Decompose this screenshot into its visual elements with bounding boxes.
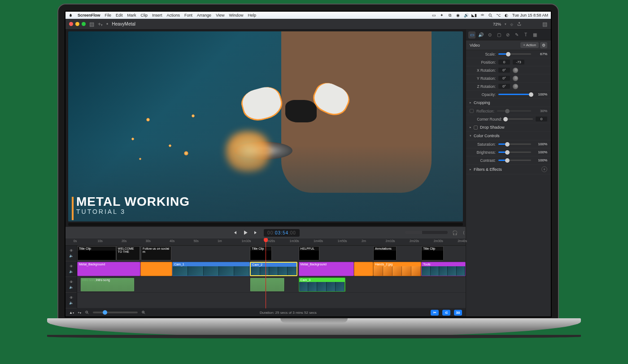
tab-callout[interactable]: ▢ — [495, 31, 502, 39]
reflection-slider[interactable] — [497, 110, 531, 112]
camera-icon[interactable]: ▭ — [432, 13, 436, 18]
close-button[interactable] — [69, 22, 73, 26]
colorcontrols-disclosure[interactable]: ▾Color Controls — [466, 132, 551, 140]
rotation-dial-icon[interactable] — [513, 84, 518, 89]
eye-icon[interactable]: 👁 — [70, 264, 73, 269]
tab-screenrec[interactable]: ⊙ — [486, 31, 493, 39]
speaker-icon[interactable]: 🔈 — [69, 285, 74, 289]
xrot-value[interactable]: 0° — [498, 68, 510, 73]
battery-icon[interactable]: ◣▮ — [472, 13, 477, 18]
tab-media[interactable]: ▦ — [531, 31, 538, 39]
timeline-clip[interactable]: WELCOME TO THE — [116, 246, 140, 260]
track-header[interactable]: 👁🔈 — [65, 246, 77, 261]
timeline-clip[interactable] — [140, 262, 172, 276]
add-action-button[interactable]: + Action — [520, 42, 539, 48]
scale-slider[interactable] — [498, 53, 531, 55]
speaker-icon[interactable]: 🔈 — [69, 301, 74, 305]
menu-edit[interactable]: Edit — [116, 13, 123, 17]
timecode-display[interactable]: 00:03:54;00 — [264, 229, 300, 237]
menu-mark[interactable]: Mark — [127, 13, 136, 17]
crop-icon[interactable]: ⟐ — [510, 21, 513, 27]
timeline-clip[interactable]: Annotations — [373, 246, 397, 260]
rocket-icon[interactable]: ✦ — [440, 13, 445, 18]
track-header[interactable]: 👁🔈 — [65, 261, 77, 277]
menu-view[interactable]: View — [216, 13, 224, 17]
tab-touch[interactable]: ⊘ — [504, 31, 511, 39]
contrast-slider[interactable] — [498, 160, 531, 161]
add-filter-icon[interactable]: + — [541, 166, 547, 172]
shadow-disclosure[interactable]: ▸Drop Shadow — [466, 123, 551, 132]
menu-file[interactable]: File — [105, 13, 112, 17]
canvas-preview[interactable]: METAL WORKING TUTORIAL 3 — [68, 31, 463, 221]
track-row[interactable] — [77, 293, 466, 308]
collapse-icon[interactable]: ⟨ — [463, 230, 465, 235]
brightness-slider[interactable] — [498, 152, 531, 153]
cc-icon[interactable]: ◉ — [456, 13, 461, 18]
apple-icon[interactable] — [68, 13, 73, 18]
menu-font[interactable]: Font — [184, 13, 192, 17]
clip-edit-icon[interactable]: ✂ — [431, 310, 439, 316]
position-y[interactable]: -73 — [513, 60, 524, 65]
headphones-icon[interactable]: 🎧 — [452, 230, 458, 235]
volume-icon[interactable]: 🔊 — [464, 13, 469, 18]
track-row[interactable]: Intro songIntro songCam_3 — [77, 277, 466, 293]
shadow-checkbox[interactable] — [474, 126, 478, 130]
menu-insert[interactable]: Insert — [152, 13, 162, 17]
timeline-clip[interactable]: Cam_2 — [250, 262, 297, 276]
menu-window[interactable]: Window — [229, 13, 244, 17]
tab-text[interactable]: T — [522, 31, 529, 39]
eye-icon[interactable]: 👁 — [70, 280, 73, 284]
timeline-clip[interactable]: Metal_Background — [299, 262, 354, 276]
menu-actions[interactable]: Actions — [167, 13, 180, 17]
timeline-clip[interactable]: Metal_Background — [77, 262, 140, 276]
playhead[interactable] — [266, 238, 266, 308]
timeline-clip[interactable]: HELPFUL HOW-TO — [299, 246, 320, 260]
menu-app-name[interactable]: ScreenFlow — [78, 13, 100, 17]
track-header[interactable]: 👁🔈 — [65, 277, 77, 293]
speaker-icon[interactable]: 🔈 — [69, 269, 74, 273]
siri-icon[interactable]: ◐ — [504, 13, 509, 18]
rotation-dial-icon[interactable] — [513, 68, 518, 73]
tab-audio[interactable]: 🔊 — [477, 31, 484, 39]
volume-slider[interactable] — [405, 231, 448, 234]
inspector-toggle-icon[interactable]: ▤ — [542, 21, 547, 27]
track-row[interactable]: Metal_BackgroundCam_1Cam_2Metal_Backgrou… — [77, 261, 466, 277]
yrot-value[interactable]: 0° — [498, 76, 510, 81]
zoom-out-icon[interactable] — [85, 310, 89, 315]
speaker-icon[interactable]: 🔈 — [69, 254, 74, 258]
track-header[interactable]: 👁🔈 — [65, 293, 77, 308]
eye-icon[interactable]: 👁 — [70, 249, 73, 253]
add-track-icon[interactable]: +▾ — [78, 311, 81, 315]
timeline-clip[interactable] — [354, 262, 373, 276]
timeline-clip[interactable] — [250, 277, 285, 292]
zoom-in-icon[interactable] — [141, 310, 146, 315]
sidebar-toggle-icon[interactable]: ▤ — [89, 21, 94, 27]
position-x[interactable]: 0 — [498, 60, 510, 65]
saturation-slider[interactable] — [498, 143, 531, 145]
tab-annotations[interactable]: ✎ — [513, 31, 520, 39]
pointer-tool-icon[interactable]: ▲▾ — [69, 311, 74, 315]
minimize-button[interactable] — [75, 22, 79, 26]
filters-disclosure[interactable]: ▸Filters & Effects+ — [466, 165, 551, 174]
cropping-disclosure[interactable]: ▸Cropping — [466, 99, 551, 107]
share-icon[interactable] — [517, 22, 522, 26]
timeline-clip[interactable]: Cam_1 — [172, 262, 250, 276]
next-button[interactable] — [253, 230, 259, 235]
prev-button[interactable] — [231, 230, 238, 235]
eye-icon[interactable]: 👁 — [70, 296, 73, 300]
timeline-clip[interactable]: Intro songIntro song — [80, 277, 135, 292]
reflection-checkbox[interactable] — [470, 109, 474, 113]
tab-video[interactable]: ▭ — [468, 31, 475, 39]
menu-arrange[interactable]: Arrange — [197, 13, 211, 17]
skimming-badge[interactable]: 30 — [454, 310, 462, 316]
corner-value[interactable]: 0 — [536, 117, 547, 121]
maximize-button[interactable] — [82, 22, 86, 26]
control-center-icon[interactable]: ⌥ — [496, 13, 501, 18]
timeline-clip[interactable]: Hands_2.jpg — [373, 262, 421, 276]
play-button[interactable] — [242, 230, 249, 236]
menubar-datetime[interactable]: Tue Jun 15 8:58 AM — [512, 13, 548, 17]
preview-scrollbar[interactable] — [68, 223, 463, 226]
timeline-clip[interactable]: Title Clip — [77, 246, 116, 260]
add-icon[interactable]: +▾ — [98, 21, 103, 27]
gear-icon[interactable]: ⚙ — [540, 42, 547, 48]
